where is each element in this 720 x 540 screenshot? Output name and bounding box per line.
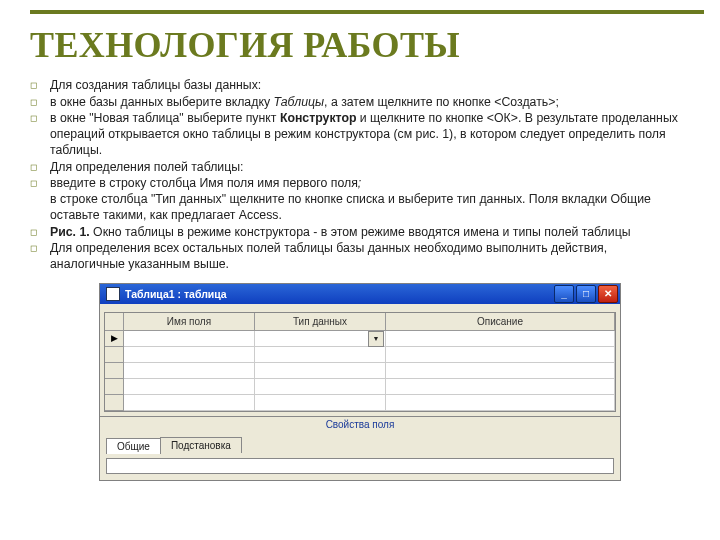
row-selector[interactable]: ▶ bbox=[105, 331, 124, 347]
figure-window: Таблица1 : таблица _ □ ✕ Имя поля Тип да… bbox=[99, 283, 621, 481]
grid-row[interactable] bbox=[105, 363, 615, 379]
window-close-button[interactable]: ✕ bbox=[598, 285, 618, 303]
bullet-item: ◻Рис. 1. Окно таблицы в режиме конструкт… bbox=[30, 225, 684, 241]
bullet-text: в окне базы данных выберите вкладку Табл… bbox=[50, 95, 684, 111]
window-minimize-button[interactable]: _ bbox=[554, 285, 574, 303]
grid-header-fieldname: Имя поля bbox=[124, 313, 255, 331]
cell-fieldname[interactable] bbox=[124, 379, 255, 395]
bullet-text: в окне "Новая таблица" выберите пункт Ко… bbox=[50, 111, 684, 158]
bullet-marker-icon: ◻ bbox=[30, 95, 50, 111]
field-properties-header: Свойства поля bbox=[100, 416, 620, 433]
bullet-item: ◻введите в строку столбца Имя поля имя п… bbox=[30, 176, 684, 223]
window-maximize-button[interactable]: □ bbox=[576, 285, 596, 303]
cell-datatype[interactable] bbox=[255, 395, 386, 411]
tab-general[interactable]: Общие bbox=[106, 438, 161, 454]
props-tabs: Общие Подстановка bbox=[100, 433, 620, 459]
window-toolbar bbox=[100, 304, 620, 308]
slide-title: ТЕХНОЛОГИЯ РАБОТЫ bbox=[30, 24, 690, 66]
bullet-text: Для создания таблицы базы данных: bbox=[50, 78, 684, 94]
grid-header-row: Имя поля Тип данных Описание bbox=[105, 313, 615, 331]
bullet-text: Для определения всех остальных полей таб… bbox=[50, 241, 684, 272]
cell-fieldname[interactable] bbox=[124, 331, 255, 347]
bullet-text: Рис. 1. Окно таблицы в режиме конструкто… bbox=[50, 225, 684, 241]
cell-datatype[interactable]: ▼ bbox=[255, 331, 386, 347]
cell-datatype[interactable] bbox=[255, 363, 386, 379]
bullet-marker-icon: ◻ bbox=[30, 78, 50, 94]
grid-row[interactable]: ▶▼ bbox=[105, 331, 615, 347]
cell-description[interactable] bbox=[386, 331, 615, 347]
bullet-text: введите в строку столбца Имя поля имя пе… bbox=[50, 176, 684, 223]
grid-header-description: Описание bbox=[386, 313, 615, 331]
cell-datatype[interactable] bbox=[255, 379, 386, 395]
window-title-text: Таблица1 : таблица bbox=[125, 288, 552, 300]
bullet-list: ◻Для создания таблицы базы данных:◻в окн… bbox=[30, 78, 684, 273]
window-titlebar: Таблица1 : таблица _ □ ✕ bbox=[100, 284, 620, 304]
grid-header-datatype: Тип данных bbox=[255, 313, 386, 331]
cell-description[interactable] bbox=[386, 395, 615, 411]
props-body bbox=[106, 458, 614, 474]
cell-fieldname[interactable] bbox=[124, 363, 255, 379]
datatype-dropdown-button[interactable]: ▼ bbox=[368, 331, 384, 347]
cell-datatype[interactable] bbox=[255, 347, 386, 363]
cell-fieldname[interactable] bbox=[124, 395, 255, 411]
cell-fieldname[interactable] bbox=[124, 347, 255, 363]
bullet-marker-icon: ◻ bbox=[30, 111, 50, 158]
bullet-text: Для определения полей таблицы: bbox=[50, 160, 684, 176]
table-designer-grid: Имя поля Тип данных Описание ▶▼ bbox=[104, 312, 616, 412]
bullet-marker-icon: ◻ bbox=[30, 176, 50, 223]
accent-rule bbox=[30, 10, 704, 14]
cell-description[interactable] bbox=[386, 347, 615, 363]
row-selector[interactable] bbox=[105, 363, 124, 379]
row-selector[interactable] bbox=[105, 395, 124, 411]
tab-lookup[interactable]: Подстановка bbox=[160, 437, 242, 453]
bullet-marker-icon: ◻ bbox=[30, 160, 50, 176]
grid-row[interactable] bbox=[105, 347, 615, 363]
bullet-marker-icon: ◻ bbox=[30, 225, 50, 241]
row-selector[interactable] bbox=[105, 347, 124, 363]
bullet-item: ◻в окне "Новая таблица" выберите пункт К… bbox=[30, 111, 684, 158]
bullet-item: ◻Для создания таблицы базы данных: bbox=[30, 78, 684, 94]
grid-corner bbox=[105, 313, 124, 331]
bullet-item: ◻Для определения всех остальных полей та… bbox=[30, 241, 684, 272]
bullet-item: ◻в окне базы данных выберите вкладку Таб… bbox=[30, 95, 684, 111]
cell-description[interactable] bbox=[386, 379, 615, 395]
grid-row[interactable] bbox=[105, 379, 615, 395]
grid-row[interactable] bbox=[105, 395, 615, 411]
row-selector[interactable] bbox=[105, 379, 124, 395]
bullet-item: ◻Для определения полей таблицы: bbox=[30, 160, 684, 176]
window-app-icon bbox=[106, 287, 120, 301]
cell-description[interactable] bbox=[386, 363, 615, 379]
bullet-marker-icon: ◻ bbox=[30, 241, 50, 272]
